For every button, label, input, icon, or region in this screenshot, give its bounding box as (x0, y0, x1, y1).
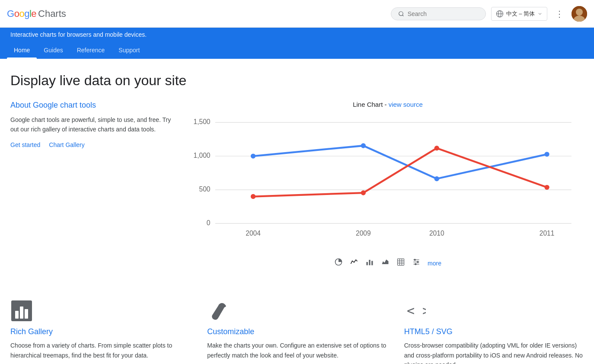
top-bar-right: 中文 – 简体 ⋮ (391, 6, 587, 22)
left-column: About Google chart tools Google chart to… (10, 101, 175, 268)
svg-point-6 (576, 9, 583, 16)
svg-text:2004: 2004 (246, 230, 261, 237)
chart-container: 1,500 1,000 500 0 2004 2009 2010 2011 (192, 113, 584, 249)
about-desc: Google chart tools are powerful, simple … (10, 115, 175, 134)
charts-logo-text: Charts (38, 8, 66, 19)
code-brackets-icon: < > (405, 300, 426, 321)
language-button[interactable]: 中文 – 简体 (491, 7, 547, 21)
customizable-desc: Make the charts your own. Configure an e… (207, 341, 386, 360)
html5-svg-desc: Cross-browser compatibility (adopting VM… (404, 341, 584, 364)
search-box[interactable] (391, 7, 486, 20)
svg-point-20 (251, 153, 255, 158)
svg-point-25 (361, 190, 366, 195)
svg-rect-30 (371, 261, 373, 265)
svg-rect-29 (369, 260, 370, 265)
rich-gallery-desc: Choose from a variety of charts. From si… (10, 341, 190, 360)
svg-point-42 (213, 316, 215, 319)
right-column: Line Chart - view source 1,500 1,000 500… (192, 101, 584, 268)
svg-point-22 (434, 176, 439, 181)
svg-text:500: 500 (199, 185, 211, 193)
two-col-layout: About Google chart tools Google chart to… (10, 101, 584, 268)
svg-point-27 (544, 185, 549, 190)
blue-banner: Interactive charts for browsers and mobi… (0, 28, 594, 42)
logo-area: Google Charts (7, 8, 66, 19)
bar-chart-icon-small[interactable] (365, 258, 374, 268)
page-title: Display live data on your site (10, 73, 584, 89)
get-started-link[interactable]: Get started (10, 141, 40, 148)
google-logo: Google (7, 8, 36, 19)
about-link[interactable]: About Google chart tools (10, 101, 175, 110)
view-source-link[interactable]: view source (389, 101, 423, 108)
search-icon (398, 10, 404, 17)
nav-home[interactable]: Home (7, 42, 37, 59)
avatar[interactable] (572, 6, 587, 22)
controls-icon[interactable] (412, 258, 421, 268)
svg-text:2010: 2010 (429, 230, 444, 237)
feature-html5-svg: < > HTML5 / SVG Cross-browser compatibil… (404, 300, 584, 364)
svg-point-21 (361, 143, 366, 148)
svg-point-26 (434, 146, 439, 150)
bar-chart-feature-icon (10, 300, 33, 322)
chart-gallery-link[interactable]: Chart Gallery (49, 141, 84, 148)
action-links: Get started Chart Gallery (10, 141, 175, 148)
svg-point-37 (414, 259, 415, 261)
language-label: 中文 – 简体 (506, 10, 535, 18)
rich-gallery-link[interactable]: Rich Gallery (10, 327, 190, 336)
svg-line-1 (402, 15, 403, 16)
svg-point-41 (415, 264, 416, 265)
svg-text:2009: 2009 (356, 230, 371, 237)
code-feature-icon: < > (404, 300, 427, 322)
nav-bar: Home Guides Reference Support (0, 42, 594, 59)
table-icon[interactable] (396, 258, 405, 268)
chart-title: Line Chart - view source (192, 101, 584, 108)
chart-icons: more (192, 254, 584, 268)
svg-point-23 (544, 152, 549, 156)
area-chart-icon[interactable] (381, 258, 390, 268)
feature-customizable: Customizable Make the charts your own. C… (207, 300, 386, 364)
svg-point-0 (399, 11, 402, 15)
nav-guides[interactable]: Guides (37, 42, 70, 59)
svg-point-24 (251, 194, 255, 199)
line-chart: 1,500 1,000 500 0 2004 2009 2010 2011 (192, 113, 584, 248)
svg-text:< >: < > (407, 303, 426, 318)
wrench-feature-icon (207, 300, 230, 322)
wrench-icon (208, 300, 229, 321)
svg-text:1,000: 1,000 (194, 152, 211, 159)
pie-chart-icon[interactable] (334, 258, 343, 268)
svg-text:1,500: 1,500 (194, 118, 211, 125)
chart-title-text: Line Chart - (353, 101, 389, 108)
feature-rich-gallery: Rich Gallery Choose from a variety of ch… (10, 300, 190, 364)
more-charts-link[interactable]: more (428, 260, 441, 267)
main-content: Display live data on your site About Goo… (0, 59, 594, 364)
nav-support[interactable]: Support (112, 42, 147, 59)
svg-text:0: 0 (207, 219, 211, 227)
globe-icon (496, 10, 504, 18)
svg-rect-31 (398, 259, 404, 265)
more-vert-icon[interactable]: ⋮ (552, 6, 566, 22)
svg-point-39 (417, 262, 418, 263)
svg-text:2011: 2011 (540, 230, 555, 237)
search-input[interactable] (408, 10, 479, 17)
nav-reference[interactable]: Reference (70, 42, 112, 59)
features-section: Rich Gallery Choose from a variety of ch… (10, 289, 584, 364)
banner-text: Interactive charts for browsers and mobi… (10, 31, 147, 38)
customizable-link[interactable]: Customizable (207, 327, 386, 336)
top-bar: Google Charts 中文 – 简体 ⋮ (0, 0, 594, 28)
html5-svg-link[interactable]: HTML5 / SVG (404, 327, 584, 336)
svg-rect-28 (367, 262, 368, 265)
line-chart-icon[interactable] (350, 258, 358, 268)
chevron-down-icon (537, 11, 543, 16)
